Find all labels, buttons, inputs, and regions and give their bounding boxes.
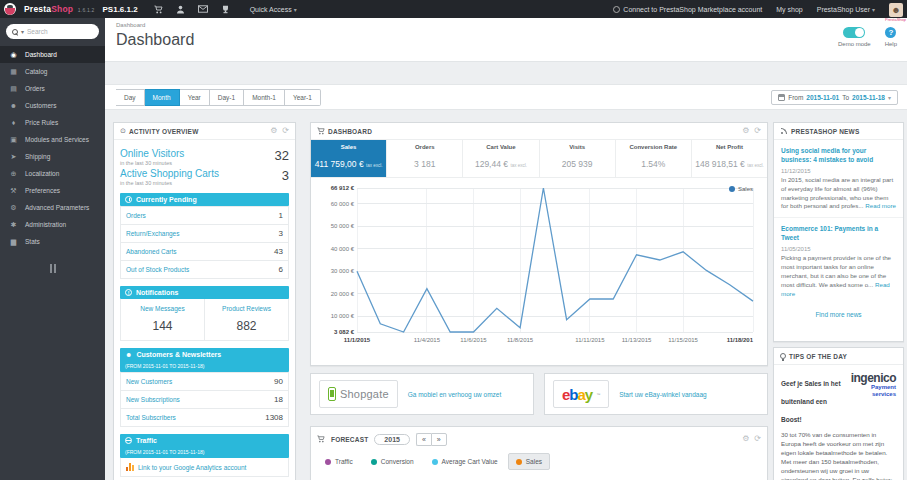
quick-access-menu[interactable]: Quick Access ▾: [250, 6, 297, 13]
active-carts-sub: in the last 30 minutes: [120, 180, 219, 186]
svg-text:30 000 €: 30 000 €: [331, 268, 355, 274]
active-carts-link[interactable]: Active Shopping Carts: [120, 168, 219, 179]
page-header: Dashboard Dashboard Demo mode ? Help: [105, 18, 907, 62]
kpi-tile[interactable]: Visits 205 939: [540, 140, 616, 177]
range-button[interactable]: Year: [180, 89, 210, 106]
date-range-toolbar: DayMonthYearDay-1Month-1Year-1 From 2015…: [105, 84, 907, 110]
sidebar-item[interactable]: ✱ Administration: [0, 216, 105, 233]
row-label-link[interactable]: Abandoned Carts: [126, 248, 177, 255]
search-input[interactable]: [27, 28, 82, 35]
gear-icon[interactable]: ⚙: [270, 127, 277, 135]
date-range-picker[interactable]: From 2015-11-01 To 2015-11-18 ▾: [771, 90, 898, 105]
sidebar-item[interactable]: ♦ Price Rules: [0, 114, 105, 131]
forecast-tab[interactable]: Average Cart Value: [424, 453, 506, 470]
menu-collapse-handle[interactable]: [49, 264, 57, 273]
find-more-news-link[interactable]: Find more news: [774, 305, 903, 326]
range-button[interactable]: Year-1: [285, 89, 321, 106]
ebay-logo[interactable]: ebay ™: [553, 380, 609, 408]
table-row[interactable]: Abandoned Carts 43: [121, 242, 288, 260]
prev-year-button[interactable]: «: [416, 433, 431, 446]
brand-wordmark[interactable]: PrestaShop 1.6.1.2: [24, 4, 95, 14]
shopgate-logo[interactable]: Shopgate: [319, 380, 398, 408]
sidebar-item[interactable]: ▣ Modules and Services: [0, 131, 105, 148]
table-row[interactable]: Out of Stock Products 6: [121, 260, 288, 278]
forecast-tab[interactable]: Conversion: [363, 453, 422, 470]
article-title-link[interactable]: Ecommerce 101: Payments in a Tweet: [781, 225, 896, 243]
refresh-icon[interactable]: ⟳: [282, 127, 289, 135]
refresh-icon[interactable]: ⟳: [754, 127, 761, 135]
sidebar-item[interactable]: ▆ Stats: [0, 233, 105, 250]
search-box[interactable]: ▾: [6, 24, 99, 39]
kpi-label: Conversion Rate: [616, 144, 691, 150]
sidebar-item-icon: ✱: [9, 221, 18, 229]
ingenico-services-label: services: [851, 391, 896, 398]
table-row[interactable]: Orders 1: [121, 206, 288, 224]
notification-label-link[interactable]: Product Reviews: [207, 305, 286, 312]
marketplace-link[interactable]: Connect to PrestaShop Marketplace accoun…: [613, 6, 762, 13]
cart-icon[interactable]: [154, 5, 163, 14]
search-scope-caret-icon[interactable]: ▾: [21, 28, 24, 35]
table-row[interactable]: New Customers 90: [121, 372, 288, 390]
notification-label-link[interactable]: New Messages: [123, 305, 202, 312]
avatar[interactable]: ☻: [889, 3, 903, 17]
row-label-link[interactable]: Total Subscribers: [126, 414, 176, 421]
messages-icon[interactable]: [198, 5, 208, 13]
table-row[interactable]: New Subscriptions 18: [121, 390, 288, 408]
kpi-tile[interactable]: Conversion Rate 1.54%: [616, 140, 692, 177]
google-analytics-row[interactable]: Link to your Google Analytics account: [120, 458, 289, 477]
forecast-tab[interactable]: Traffic: [317, 453, 361, 470]
sidebar-item[interactable]: ▦ Catalog: [0, 63, 105, 80]
table-row[interactable]: Return/Exchanges 3: [121, 224, 288, 242]
ingenico-logo[interactable]: ingenico Payment services: [851, 372, 896, 398]
sidebar-item[interactable]: ⚒ Preferences: [0, 182, 105, 199]
my-shop-link[interactable]: My shop: [776, 6, 802, 13]
range-button[interactable]: Month: [145, 89, 180, 106]
sidebar-item-icon: ⚒: [9, 187, 18, 195]
read-more-link[interactable]: Read more: [865, 202, 896, 209]
svg-text:66 912 €: 66 912 €: [331, 185, 355, 191]
sidebar-item[interactable]: ⚙ Advanced Parameters: [0, 199, 105, 216]
svg-text:11/18/201: 11/18/201: [727, 337, 754, 343]
row-label-link[interactable]: Out of Stock Products: [126, 266, 189, 273]
google-analytics-link[interactable]: Link to your Google Analytics account: [138, 464, 246, 471]
sidebar-item[interactable]: ▤ Orders: [0, 80, 105, 97]
row-label-link[interactable]: New Subscriptions: [126, 396, 180, 403]
badges-icon[interactable]: [221, 5, 230, 14]
row-label-link[interactable]: Return/Exchanges: [126, 230, 179, 237]
kpi-tile[interactable]: Cart Value 129,44 € tax excl.: [463, 140, 539, 177]
sidebar-item[interactable]: ◉ Dashboard: [0, 46, 105, 63]
kpi-label: Cart Value: [463, 144, 538, 150]
refresh-icon[interactable]: ⟳: [754, 435, 761, 443]
table-row[interactable]: Total Subscribers 1308: [121, 408, 288, 426]
gear-icon[interactable]: ⚙: [742, 435, 749, 443]
sidebar-item[interactable]: ☻ Customers: [0, 97, 105, 114]
notification-cell[interactable]: New Messages 144: [121, 299, 204, 340]
sidebar-item-label: Catalog: [25, 68, 47, 75]
next-year-button[interactable]: »: [431, 433, 447, 446]
kpi-tile[interactable]: Orders 3 181: [387, 140, 463, 177]
user-menu[interactable]: PrestaShop User ▾: [817, 6, 875, 13]
demo-mode-toggle[interactable]: [843, 27, 865, 38]
row-label-link[interactable]: Orders: [126, 212, 146, 219]
chart-legend[interactable]: Sales: [729, 186, 753, 192]
range-button[interactable]: Day: [116, 89, 145, 106]
kpi-tile[interactable]: Net Profit 148 918,51 € tax excl.: [692, 140, 767, 177]
article-title-link[interactable]: Using social media for your business: 4 …: [781, 147, 896, 165]
shopgate-link[interactable]: Ga mobiel en verhoog uw omzet: [408, 391, 502, 398]
row-label-link[interactable]: New Customers: [126, 378, 172, 385]
notification-cell[interactable]: Product Reviews 882: [204, 299, 288, 340]
sidebar-item[interactable]: ⊕ Localization: [0, 165, 105, 182]
employee-icon[interactable]: [176, 5, 185, 14]
forecast-tab[interactable]: Sales: [508, 453, 550, 470]
gear-icon[interactable]: ⚙: [742, 127, 749, 135]
help-button[interactable]: ?: [885, 27, 896, 38]
kpi-tile[interactable]: Sales 411 759,00 € tax excl.: [311, 140, 387, 177]
ebay-link[interactable]: Start uw eBay-winkel vandaag: [619, 391, 706, 398]
prestashop-logo[interactable]: [4, 3, 16, 15]
online-visitors-link[interactable]: Online Visitors: [120, 148, 184, 159]
range-button[interactable]: Month-1: [244, 89, 285, 106]
range-button[interactable]: Day-1: [210, 89, 244, 106]
customers-newsletters-title: Customers & Newsletters: [136, 351, 221, 358]
activity-panel-title: ACTIVITY OVERVIEW: [129, 128, 199, 135]
sidebar-item[interactable]: ➤ Shipping: [0, 148, 105, 165]
